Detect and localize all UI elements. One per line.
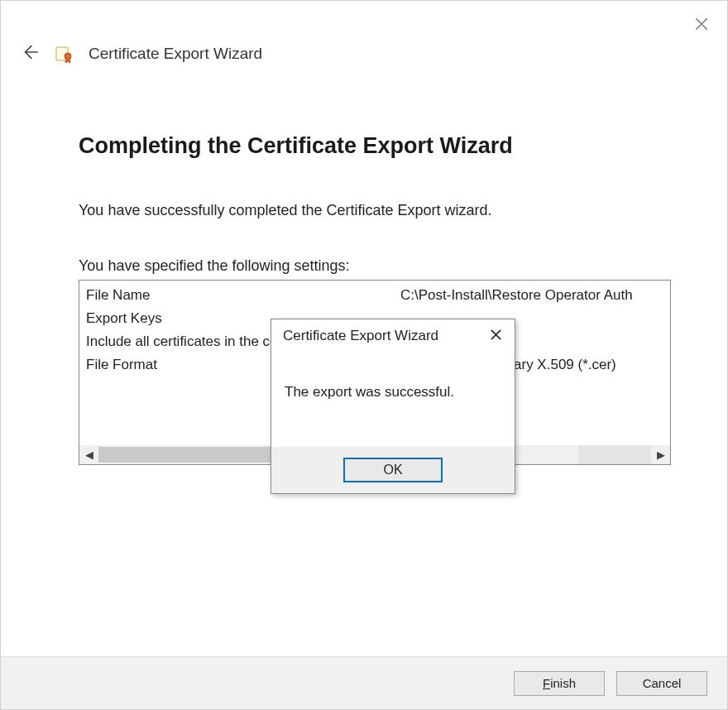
dialog-title: Certificate Export Wizard xyxy=(283,328,438,344)
finish-button-label: Finish xyxy=(543,676,576,690)
dialog-ok-label: OK xyxy=(383,463,402,477)
wizard-window: Certificate Export Wizard Completing the… xyxy=(0,0,728,710)
window-close-button[interactable] xyxy=(694,17,709,32)
back-button[interactable] xyxy=(21,45,39,63)
scrollbar-gap xyxy=(578,445,651,464)
completion-message: You have successfully completed the Cert… xyxy=(79,202,649,219)
dialog-footer: OK xyxy=(271,447,515,493)
wizard-header: Certificate Export Wizard xyxy=(1,1,727,70)
wizard-footer: Finish Cancel xyxy=(1,656,727,709)
chevron-right-icon: ▶ xyxy=(657,449,665,461)
wizard-title: Certificate Export Wizard xyxy=(89,45,262,63)
finish-button[interactable]: Finish xyxy=(514,671,605,696)
certificate-icon xyxy=(54,44,74,64)
page-heading: Completing the Certificate Export Wizard xyxy=(79,133,649,159)
arrow-left-icon xyxy=(21,43,39,65)
dialog-titlebar: Certificate Export Wizard xyxy=(271,319,515,353)
settings-intro-label: You have specified the following setting… xyxy=(79,257,649,275)
chevron-left-icon: ◀ xyxy=(85,449,93,461)
dialog-close-button[interactable] xyxy=(485,325,506,347)
cancel-button[interactable]: Cancel xyxy=(616,671,707,696)
scroll-left-button[interactable]: ◀ xyxy=(79,445,98,464)
close-icon xyxy=(490,329,502,344)
dialog-message: The export was successful. xyxy=(271,353,515,447)
scroll-right-button[interactable]: ▶ xyxy=(651,445,670,464)
cancel-button-label: Cancel xyxy=(643,676,682,690)
settings-value: C:\Post-Install\Restore Operator Auth xyxy=(400,284,663,307)
dialog-ok-button[interactable]: OK xyxy=(343,458,443,482)
close-icon xyxy=(694,17,709,34)
export-success-dialog: Certificate Export Wizard The export was… xyxy=(271,319,515,494)
settings-key: File Name xyxy=(86,284,400,307)
svg-point-1 xyxy=(65,53,71,60)
settings-row: File Name C:\Post-Install\Restore Operat… xyxy=(86,284,663,307)
